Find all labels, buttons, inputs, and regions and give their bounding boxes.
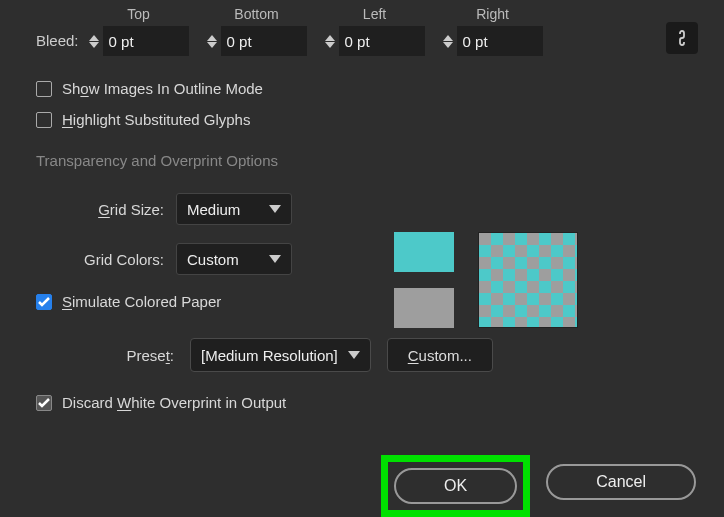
grid-colors-select[interactable]: Custom [176,243,292,275]
show-images-label: Show Images In Outline Mode [62,80,263,97]
grid-colors-label: Grid Colors: [36,251,176,268]
bleed-col-right: Right [443,6,543,56]
discard-overprint-checkbox[interactable] [36,395,52,411]
bleed-input-left[interactable] [339,26,425,56]
swatch-area [394,232,578,328]
show-images-checkbox-row[interactable]: Show Images In Outline Mode [36,80,688,97]
bleed-input-right[interactable] [457,26,543,56]
show-images-checkbox[interactable] [36,81,52,97]
discard-overprint-row[interactable]: Discard White Overprint in Output [36,394,688,411]
link-values-button[interactable] [666,22,698,54]
chevron-down-icon [269,255,281,263]
simulate-paper-row[interactable]: Simulate Colored Paper [36,293,688,310]
highlight-glyphs-checkbox[interactable] [36,112,52,128]
chevron-up-icon [207,35,217,41]
bleed-header-bottom: Bottom [234,6,278,22]
dialog-footer: OK Cancel [0,455,724,517]
check-icon [38,297,50,307]
bleed-header-top: Top [127,6,150,22]
bleed-header-left: Left [363,6,386,22]
chevron-down-icon [348,351,360,359]
simulate-paper-checkbox[interactable] [36,294,52,310]
preset-row: Preset: [Medium Resolution] Custom... [36,338,688,372]
chevron-up-icon [89,35,99,41]
stepper-top[interactable] [89,35,99,48]
transparency-section-header: Transparency and Overprint Options [36,152,688,169]
chevron-down-icon [269,205,281,213]
preset-value: [Medium Resolution] [201,347,338,364]
custom-button[interactable]: Custom... [387,338,493,372]
stepper-right[interactable] [443,35,453,48]
stepper-bottom[interactable] [207,35,217,48]
highlight-glyphs-checkbox-row[interactable]: Highlight Substituted Glyphs [36,111,688,128]
grid-size-select[interactable]: Medium [176,193,292,225]
simulate-paper-label: Simulate Colored Paper [62,293,221,310]
preset-label: Preset: [36,347,174,364]
grid-colors-value: Custom [187,251,239,268]
cancel-button[interactable]: Cancel [546,464,696,500]
grid-size-value: Medium [187,201,240,218]
highlight-glyphs-label: Highlight Substituted Glyphs [62,111,250,128]
chevron-up-icon [325,35,335,41]
color-swatch-foreground[interactable] [394,232,454,272]
chevron-down-icon [207,42,217,48]
grid-colors-row: Grid Colors: Custom [36,243,688,275]
stepper-left[interactable] [325,35,335,48]
chevron-down-icon [325,42,335,48]
grid-size-label: Grid Size: [36,201,176,218]
chevron-down-icon [89,42,99,48]
chevron-down-icon [443,42,453,48]
bleed-col-left: Left [325,6,425,56]
bleed-input-top[interactable] [103,26,189,56]
bleed-header-right: Right [476,6,509,22]
discard-overprint-label: Discard White Overprint in Output [62,394,286,411]
bleed-input-bottom[interactable] [221,26,307,56]
check-icon [38,398,50,408]
ok-highlight: OK [381,455,530,517]
link-icon [675,29,689,47]
transparency-preview [478,232,578,328]
bleed-row: Bleed: Top Bottom Left [36,0,688,56]
grid-size-row: Grid Size: Medium [36,193,688,225]
preset-select[interactable]: [Medium Resolution] [190,338,371,372]
bleed-col-top: Top [89,6,189,56]
ok-button[interactable]: OK [394,468,517,504]
bleed-label: Bleed: [36,32,79,56]
chevron-up-icon [443,35,453,41]
bleed-col-bottom: Bottom [207,6,307,56]
color-swatch-background[interactable] [394,288,454,328]
